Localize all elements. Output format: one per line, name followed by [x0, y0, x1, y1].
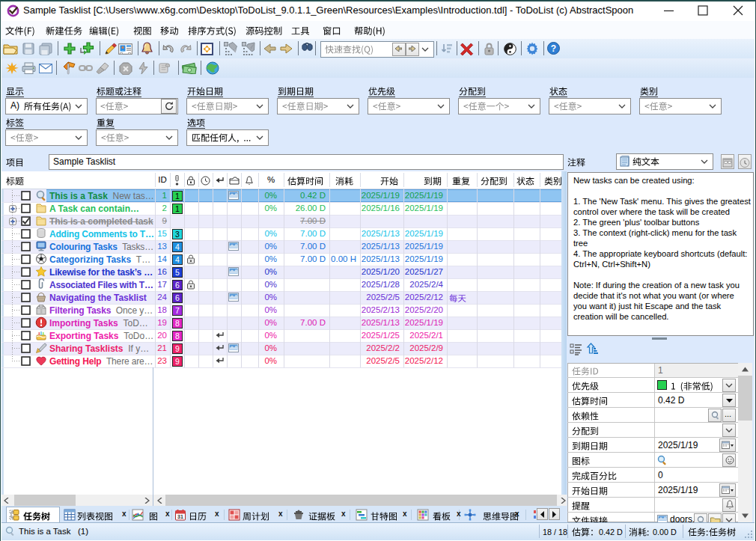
svg-text:?: ? — [551, 43, 556, 54]
svg-text:31: 31 — [177, 514, 183, 519]
